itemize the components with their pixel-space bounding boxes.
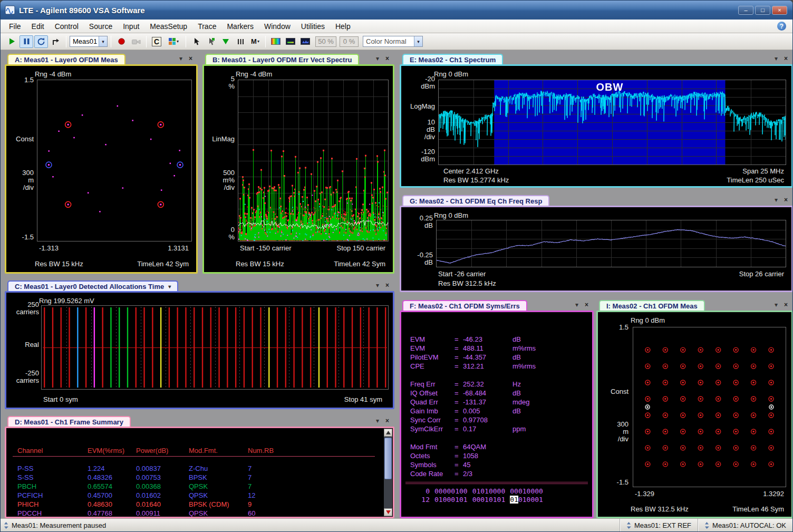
panel-e-minimize-icon[interactable]: ▾	[775, 55, 778, 62]
panel-b-minimize-icon[interactable]: ▾	[376, 55, 379, 62]
panel-i-minimize-icon[interactable]: ▾	[775, 301, 778, 308]
panel-i-close-icon[interactable]: ×	[784, 301, 788, 308]
menu-items: FileEditControlSourceInputMeasSetupTrace…	[4, 20, 356, 33]
panel-b-tab[interactable]: B: Meas01 - Layer0 OFDM Err Vect Spectru	[205, 54, 359, 64]
band-power-button[interactable]	[234, 35, 247, 48]
allocations-plot[interactable]	[41, 305, 389, 390]
table-row-pbch[interactable]: PBCH0.655740.00368QPSK7	[6, 482, 393, 491]
y-axis-scale: 10dB/div	[401, 119, 435, 141]
marker-m-icon: M	[251, 37, 257, 45]
maximize-button[interactable]: □	[755, 6, 770, 15]
autocal-label: Meas01: AUTOCAL: OK	[712, 521, 786, 529]
scroll-up-button[interactable]	[384, 429, 392, 437]
panel-a-minimize-icon[interactable]: ▾	[179, 55, 182, 62]
marker-pick-button[interactable]	[204, 35, 218, 48]
panel-d: D: Meas01 - Ch1 Frame Summary ▾× Channel…	[5, 414, 394, 518]
correction-button[interactable]: C	[150, 35, 163, 48]
table-row-pdcch[interactable]: PDCCH0.477680.00911QPSK60	[6, 509, 393, 518]
panel-c-dropdown-icon[interactable]: ▾	[168, 284, 171, 289]
display-trace-icon	[286, 38, 295, 45]
scrollbar-thumb[interactable]	[384, 438, 392, 479]
color-scheme-select[interactable]: Color Normal ▾	[363, 36, 423, 47]
x-axis-min: Start -26 carrier	[438, 270, 486, 278]
menu-window[interactable]: Window	[259, 20, 296, 33]
panel-a-title: A: Meas01 - Layer0 OFDM Meas	[15, 56, 118, 64]
y-axis-min: -1.5	[598, 479, 628, 486]
table-row-pcfich[interactable]: PCFICH0.457000.01602QPSK12	[6, 491, 393, 500]
marker-triangle-button[interactable]	[219, 35, 233, 48]
layout-button[interactable]: ▾	[165, 35, 182, 48]
menu-meassetup[interactable]: MeasSetup	[144, 20, 192, 33]
chevron-down-icon[interactable]: ▾	[414, 36, 422, 46]
panel-c-minimize-icon[interactable]: ▾	[376, 282, 379, 289]
titlebar[interactable]: LTE - Agilent 89600 VSA Software – □ ×	[1, 1, 792, 20]
panel-e-body: Rng 0 dBm -20dBm LogMag 10dB/div -120dBm…	[400, 64, 793, 188]
chevron-down-icon[interactable]: ▾	[99, 36, 107, 46]
menu-input[interactable]: Input	[118, 20, 144, 33]
bit-row: 0000001000101000000010000	[401, 487, 592, 496]
close-button[interactable]: ×	[772, 6, 787, 15]
y-axis-label: Const	[598, 388, 628, 395]
panel-c-title: C: Meas01 - Layer0 Detected Allocations …	[15, 283, 164, 291]
spinner-icon[interactable]	[626, 521, 631, 529]
x-axis-max: 1.3131	[168, 244, 189, 252]
play-button[interactable]	[5, 35, 18, 48]
minimize-button[interactable]: –	[738, 6, 753, 15]
pause-button[interactable]	[20, 35, 33, 48]
spinner-icon[interactable]	[704, 521, 709, 529]
panel-a-tab[interactable]: A: Meas01 - Layer0 OFDM Meas	[7, 54, 125, 64]
measurement-select[interactable]: Meas01 ▾	[70, 36, 108, 47]
panel-g-minimize-icon[interactable]: ▾	[775, 196, 778, 204]
display-a-button[interactable]	[284, 35, 297, 48]
panel-d-close-icon[interactable]: ×	[385, 417, 389, 424]
status-autocal: Meas01: AUTOCAL: OK	[698, 519, 792, 531]
panel-g-close-icon[interactable]: ×	[784, 196, 788, 204]
panel-d-tab[interactable]: D: Meas01 - Ch1 Frame Summary	[7, 416, 131, 427]
table-row-phich[interactable]: PHICH0.486300.01640BPSK (CDM)9	[6, 500, 393, 509]
constellation-plot[interactable]	[37, 80, 192, 241]
panel-b-close-icon[interactable]: ×	[385, 55, 389, 62]
pointer-tool-button[interactable]	[189, 35, 203, 48]
panel-e-tab[interactable]: E: Meas02 - Ch1 Spectrum	[402, 54, 503, 64]
panel-i-tab[interactable]: I: Meas02 - Ch1 OFDM Meas	[599, 300, 705, 311]
menu-file[interactable]: File	[4, 20, 26, 33]
display-b-button[interactable]	[298, 35, 312, 48]
menu-trace[interactable]: Trace	[192, 20, 221, 33]
menu-utilities[interactable]: Utilities	[296, 20, 330, 33]
spectrogram-button[interactable]	[269, 35, 283, 48]
menu-source[interactable]: Source	[84, 20, 118, 33]
spectrum-plot[interactable]: OBW	[438, 80, 786, 165]
y-axis-min: -1.5	[6, 234, 34, 241]
table-row-p-ss[interactable]: P-SS1.2240.00837Z-Chu7	[6, 464, 393, 473]
single-acquisition-button[interactable]	[49, 35, 63, 48]
metric-freq-err: Freq Err=252.32Hz	[401, 380, 592, 389]
help-icon[interactable]: ?	[777, 22, 786, 31]
timelen-label: TimeLen 46 Sym	[732, 505, 784, 513]
statusbar: Meas01: Measurement paused Meas01: EXT R…	[1, 518, 792, 531]
panel-d-minimize-icon[interactable]: ▾	[376, 417, 379, 424]
menu-help[interactable]: Help	[330, 20, 356, 33]
menu-edit[interactable]: Edit	[26, 20, 50, 33]
scroll-down-button[interactable]	[384, 508, 392, 516]
restart-button[interactable]	[34, 35, 48, 48]
constellation-plot-64qam[interactable]	[633, 327, 786, 487]
panel-e-close-icon[interactable]: ×	[784, 55, 788, 62]
table-row-s-ss[interactable]: S-SS0.483260.00753BPSK7	[6, 473, 393, 482]
record-button[interactable]	[114, 35, 128, 48]
panel-f-tab[interactable]: F: Meas02 - Ch1 OFDM Syms/Errs	[402, 300, 527, 311]
panel-f-close-icon[interactable]: ×	[585, 301, 588, 308]
scrollbar-track[interactable]	[384, 437, 392, 508]
frame-summary-scrollbar[interactable]	[384, 429, 392, 516]
panel-c-tab[interactable]: C: Meas01 - Layer0 Detected Allocations …	[7, 280, 178, 291]
panel-c-close-icon[interactable]: ×	[385, 282, 389, 289]
panel-g-tab[interactable]: G: Meas02 - Ch1 OFDM Eq Ch Freq Resp	[402, 195, 549, 206]
range-label: Rng 0 dBm	[631, 316, 665, 324]
panel-a-close-icon[interactable]: ×	[189, 55, 192, 62]
spinner-icon[interactable]	[4, 521, 8, 529]
marker-m-button[interactable]: M▾	[248, 35, 262, 48]
freq-response-plot[interactable]	[436, 220, 786, 267]
error-vector-spectrum-plot[interactable]	[238, 80, 389, 241]
menu-markers[interactable]: Markers	[221, 20, 259, 33]
menu-control[interactable]: Control	[50, 20, 84, 33]
panel-f-minimize-icon[interactable]: ▾	[575, 301, 578, 308]
